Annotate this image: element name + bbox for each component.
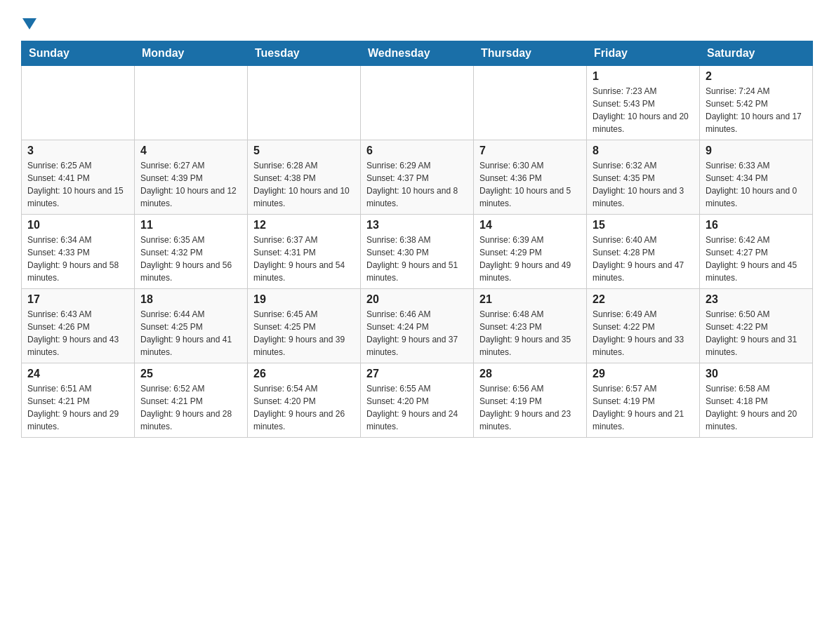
day-info: Sunrise: 6:54 AM Sunset: 4:20 PM Dayligh… (253, 382, 355, 433)
calendar-cell: 25Sunrise: 6:52 AM Sunset: 4:21 PM Dayli… (135, 363, 248, 438)
day-number: 5 (253, 145, 355, 157)
day-info: Sunrise: 6:34 AM Sunset: 4:33 PM Dayligh… (27, 234, 128, 284)
day-number: 24 (27, 368, 128, 380)
day-number: 17 (27, 293, 128, 306)
calendar-cell: 8Sunrise: 6:32 AM Sunset: 4:35 PM Daylig… (587, 140, 700, 215)
day-number: 9 (706, 145, 807, 157)
day-number: 16 (706, 219, 807, 232)
day-number: 21 (479, 293, 581, 306)
weekday-header-thursday: Thursday (474, 41, 587, 66)
day-info: Sunrise: 6:51 AM Sunset: 4:21 PM Dayligh… (27, 382, 128, 433)
day-number: 12 (253, 219, 355, 232)
weekday-header-saturday: Saturday (700, 41, 813, 66)
day-info: Sunrise: 6:40 AM Sunset: 4:28 PM Dayligh… (593, 234, 694, 284)
day-number: 8 (593, 145, 694, 157)
day-number: 20 (366, 293, 468, 306)
calendar-cell: 2Sunrise: 7:24 AM Sunset: 5:42 PM Daylig… (700, 66, 813, 140)
day-info: Sunrise: 6:46 AM Sunset: 4:24 PM Dayligh… (366, 308, 468, 358)
day-number: 30 (706, 368, 807, 380)
day-info: Sunrise: 6:32 AM Sunset: 4:35 PM Dayligh… (593, 159, 694, 210)
day-info: Sunrise: 6:27 AM Sunset: 4:39 PM Dayligh… (140, 159, 241, 210)
day-number: 22 (593, 293, 694, 306)
day-number: 29 (593, 368, 694, 380)
calendar-cell: 28Sunrise: 6:56 AM Sunset: 4:19 PM Dayli… (474, 363, 587, 438)
day-info: Sunrise: 6:39 AM Sunset: 4:29 PM Dayligh… (479, 234, 581, 284)
day-number: 3 (27, 145, 128, 157)
day-info: Sunrise: 6:49 AM Sunset: 4:22 PM Dayligh… (593, 308, 694, 358)
calendar-cell: 6Sunrise: 6:29 AM Sunset: 4:37 PM Daylig… (361, 140, 474, 215)
day-number: 6 (366, 145, 468, 157)
calendar-cell (474, 66, 587, 140)
weekday-header-sunday: Sunday (22, 41, 135, 66)
day-info: Sunrise: 6:28 AM Sunset: 4:38 PM Dayligh… (253, 159, 355, 210)
day-info: Sunrise: 6:35 AM Sunset: 4:32 PM Dayligh… (140, 234, 241, 284)
day-number: 15 (593, 219, 694, 232)
day-info: Sunrise: 6:30 AM Sunset: 4:36 PM Dayligh… (479, 159, 581, 210)
calendar-cell: 29Sunrise: 6:57 AM Sunset: 4:19 PM Dayli… (587, 363, 700, 438)
calendar-week-row: 1Sunrise: 7:23 AM Sunset: 5:43 PM Daylig… (22, 66, 813, 140)
calendar-table: SundayMondayTuesdayWednesdayThursdayFrid… (21, 41, 813, 438)
day-info: Sunrise: 6:25 AM Sunset: 4:41 PM Dayligh… (27, 159, 128, 210)
day-number: 18 (140, 293, 241, 306)
calendar-cell: 26Sunrise: 6:54 AM Sunset: 4:20 PM Dayli… (248, 363, 361, 438)
calendar-week-row: 3Sunrise: 6:25 AM Sunset: 4:41 PM Daylig… (22, 140, 813, 215)
calendar-cell: 27Sunrise: 6:55 AM Sunset: 4:20 PM Dayli… (361, 363, 474, 438)
day-number: 28 (479, 368, 581, 380)
calendar-cell (135, 66, 248, 140)
day-number: 10 (27, 219, 128, 232)
day-info: Sunrise: 6:33 AM Sunset: 4:34 PM Dayligh… (706, 159, 807, 210)
calendar-cell: 24Sunrise: 6:51 AM Sunset: 4:21 PM Dayli… (22, 363, 135, 438)
calendar-cell: 12Sunrise: 6:37 AM Sunset: 4:31 PM Dayli… (248, 215, 361, 289)
day-info: Sunrise: 6:48 AM Sunset: 4:23 PM Dayligh… (479, 308, 581, 358)
calendar-week-row: 10Sunrise: 6:34 AM Sunset: 4:33 PM Dayli… (22, 215, 813, 289)
calendar-week-row: 17Sunrise: 6:43 AM Sunset: 4:26 PM Dayli… (22, 289, 813, 363)
day-info: Sunrise: 7:24 AM Sunset: 5:42 PM Dayligh… (706, 85, 807, 135)
calendar-cell (361, 66, 474, 140)
day-info: Sunrise: 6:56 AM Sunset: 4:19 PM Dayligh… (479, 382, 581, 433)
calendar-cell: 30Sunrise: 6:58 AM Sunset: 4:18 PM Dayli… (700, 363, 813, 438)
calendar-cell: 23Sunrise: 6:50 AM Sunset: 4:22 PM Dayli… (700, 289, 813, 363)
day-info: Sunrise: 6:42 AM Sunset: 4:27 PM Dayligh… (706, 234, 807, 284)
calendar-cell: 11Sunrise: 6:35 AM Sunset: 4:32 PM Dayli… (135, 215, 248, 289)
day-number: 14 (479, 219, 581, 232)
logo-triangle-icon (22, 18, 37, 29)
day-number: 7 (479, 145, 581, 157)
day-info: Sunrise: 6:57 AM Sunset: 4:19 PM Dayligh… (593, 382, 694, 433)
day-info: Sunrise: 6:50 AM Sunset: 4:22 PM Dayligh… (706, 308, 807, 358)
calendar-header-row: SundayMondayTuesdayWednesdayThursdayFrid… (22, 41, 813, 66)
calendar-cell: 18Sunrise: 6:44 AM Sunset: 4:25 PM Dayli… (135, 289, 248, 363)
day-info: Sunrise: 6:52 AM Sunset: 4:21 PM Dayligh… (140, 382, 241, 433)
day-info: Sunrise: 6:58 AM Sunset: 4:18 PM Dayligh… (706, 382, 807, 433)
day-info: Sunrise: 6:44 AM Sunset: 4:25 PM Dayligh… (140, 308, 241, 358)
day-info: Sunrise: 6:45 AM Sunset: 4:25 PM Dayligh… (253, 308, 355, 358)
calendar-cell: 9Sunrise: 6:33 AM Sunset: 4:34 PM Daylig… (700, 140, 813, 215)
calendar-cell (248, 66, 361, 140)
day-number: 23 (706, 293, 807, 306)
calendar-week-row: 24Sunrise: 6:51 AM Sunset: 4:21 PM Dayli… (22, 363, 813, 438)
calendar-cell (22, 66, 135, 140)
calendar-cell: 22Sunrise: 6:49 AM Sunset: 4:22 PM Dayli… (587, 289, 700, 363)
day-info: Sunrise: 6:43 AM Sunset: 4:26 PM Dayligh… (27, 308, 128, 358)
calendar-cell: 17Sunrise: 6:43 AM Sunset: 4:26 PM Dayli… (22, 289, 135, 363)
day-info: Sunrise: 7:23 AM Sunset: 5:43 PM Dayligh… (593, 85, 694, 135)
calendar-cell: 3Sunrise: 6:25 AM Sunset: 4:41 PM Daylig… (22, 140, 135, 215)
calendar-cell: 1Sunrise: 7:23 AM Sunset: 5:43 PM Daylig… (587, 66, 700, 140)
day-number: 19 (253, 293, 355, 306)
logo (21, 21, 37, 32)
day-number: 26 (253, 368, 355, 380)
day-number: 2 (706, 70, 807, 83)
calendar-cell: 5Sunrise: 6:28 AM Sunset: 4:38 PM Daylig… (248, 140, 361, 215)
weekday-header-tuesday: Tuesday (248, 41, 361, 66)
calendar-cell: 7Sunrise: 6:30 AM Sunset: 4:36 PM Daylig… (474, 140, 587, 215)
day-info: Sunrise: 6:38 AM Sunset: 4:30 PM Dayligh… (366, 234, 468, 284)
calendar-cell: 13Sunrise: 6:38 AM Sunset: 4:30 PM Dayli… (361, 215, 474, 289)
day-number: 11 (140, 219, 241, 232)
calendar-cell: 15Sunrise: 6:40 AM Sunset: 4:28 PM Dayli… (587, 215, 700, 289)
day-number: 27 (366, 368, 468, 380)
weekday-header-wednesday: Wednesday (361, 41, 474, 66)
calendar-cell: 20Sunrise: 6:46 AM Sunset: 4:24 PM Dayli… (361, 289, 474, 363)
calendar-cell: 14Sunrise: 6:39 AM Sunset: 4:29 PM Dayli… (474, 215, 587, 289)
page-header (21, 14, 813, 32)
day-number: 13 (366, 219, 468, 232)
day-info: Sunrise: 6:55 AM Sunset: 4:20 PM Dayligh… (366, 382, 468, 433)
